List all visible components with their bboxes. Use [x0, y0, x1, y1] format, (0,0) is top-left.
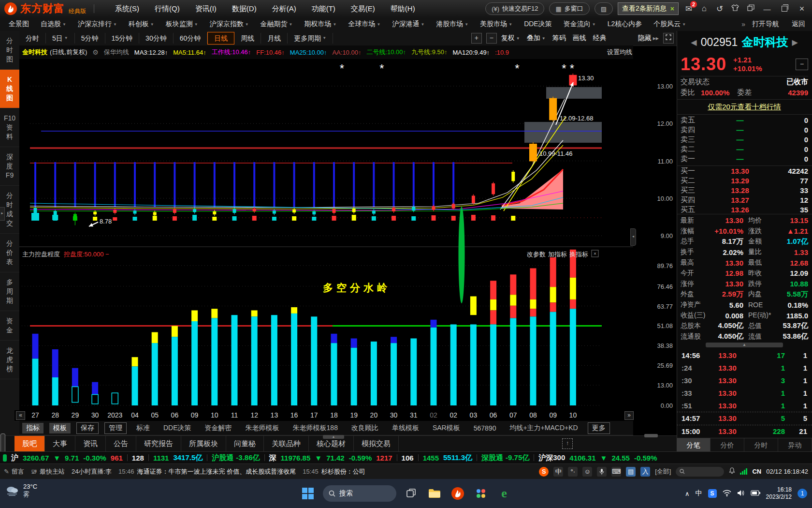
- hgt-label[interactable]: 沪股通: [212, 453, 233, 463]
- lang-indicator[interactable]: CN: [752, 468, 761, 475]
- quote-tab[interactable]: 分笔: [677, 438, 710, 452]
- menu-item[interactable]: 资讯(I): [195, 4, 217, 14]
- live-link[interactable]: 24小时直播:李: [72, 467, 112, 476]
- multi-window-button[interactable]: ▦多窗口: [549, 2, 589, 15]
- window-stack-icon[interactable]: [745, 4, 756, 14]
- emoji-icon[interactable]: ☺: [582, 467, 592, 477]
- sidebar-item[interactable]: 分 时 图: [0, 31, 19, 70]
- ma-settings-link[interactable]: 设置均线: [607, 48, 633, 57]
- taskbar-search[interactable]: 搜索: [323, 485, 396, 502]
- indicator-template-button[interactable]: 指标: [22, 423, 44, 433]
- ime-punct-icon[interactable]: °·: [568, 467, 578, 477]
- period-tab[interactable]: 周线▼: [234, 33, 261, 44]
- info-tab[interactable]: 所属板块: [181, 436, 226, 451]
- ime-enter-icon[interactable]: 入: [640, 467, 650, 477]
- menu-item[interactable]: 帮助(H): [391, 4, 415, 14]
- nav-item[interactable]: 沪深港通▼: [392, 20, 424, 29]
- nav-item[interactable]: 沪深京指数▼: [210, 20, 249, 29]
- nav-item[interactable]: 港股市场▼: [436, 20, 468, 29]
- quote-collapse-pill[interactable]: [644, 434, 658, 437]
- period-tab[interactable]: 5日▼: [46, 33, 75, 44]
- indicator-template-button[interactable]: SAR模板: [429, 423, 464, 433]
- sh-index[interactable]: 3260.67: [23, 454, 49, 462]
- gear-icon[interactable]: ⚙: [92, 48, 99, 56]
- indicator-template-button[interactable]: 更多: [588, 422, 610, 434]
- tool-button[interactable]: 筹码▼: [552, 34, 566, 43]
- quote-tab[interactable]: 分价: [710, 438, 744, 452]
- notification-badge[interactable]: 1: [798, 489, 807, 498]
- period-tab[interactable]: 分时▼: [19, 33, 46, 44]
- kline-chart[interactable]: 13.3012.09-12.6810.99-11.468.78多空分水岭****…: [19, 59, 633, 410]
- indicator-template-button[interactable]: 朱老师模板: [242, 423, 283, 433]
- period-tab[interactable]: 5分钟▼: [75, 33, 105, 44]
- zoom-in-button[interactable]: +: [471, 33, 482, 44]
- news2-text[interactable]: 杉杉股份：公司: [321, 467, 365, 476]
- indicator-template-button[interactable]: 均线+主力+MACD+KD: [506, 423, 581, 433]
- weather-widget[interactable]: 23°C雾: [5, 483, 37, 498]
- info-tab[interactable]: 模拟交易: [354, 436, 399, 451]
- indicator-template-button[interactable]: DDE决策: [160, 423, 195, 433]
- indicator-template-button[interactable]: 改良顾比: [348, 423, 382, 433]
- period-tab[interactable]: 更多周期▼: [288, 33, 333, 44]
- info-tab[interactable]: 关联品种: [264, 436, 309, 451]
- sidebar-item[interactable]: 分 价 表: [0, 234, 19, 272]
- nav-item[interactable]: L2核心内参▼: [608, 20, 642, 29]
- hide-panel-button[interactable]: 隐藏▶▶: [638, 34, 659, 43]
- indicator-template-button[interactable]: 标准: [132, 423, 154, 433]
- nav-item[interactable]: 期权市场▼: [304, 20, 337, 29]
- info-tab[interactable]: 股吧: [14, 436, 45, 451]
- indicator-template-button[interactable]: 567890: [470, 423, 500, 433]
- restore-button[interactable]: [778, 5, 791, 13]
- indicator-template-button[interactable]: 管理: [104, 422, 127, 434]
- nav-item[interactable]: 板块监测▼: [166, 20, 198, 29]
- collapse-quote-button[interactable]: −: [796, 59, 808, 70]
- period-tab[interactable]: 月线▼: [261, 33, 288, 44]
- period-tab[interactable]: 15分钟▼: [105, 33, 140, 44]
- toolbox-icon[interactable]: ▤: [626, 467, 636, 477]
- quote-tab[interactable]: 分时: [744, 438, 778, 452]
- sidebar-item[interactable]: F10 资 料: [0, 108, 19, 147]
- menu-item[interactable]: 功能(T): [312, 4, 335, 14]
- eastmoney-app-icon[interactable]: [450, 485, 466, 502]
- kline-chart-canvas[interactable]: 13.3012.09-12.6810.99-11.468.78多空分水岭****…: [19, 59, 633, 410]
- nav-item[interactable]: 科创板▼: [129, 20, 154, 29]
- close-button[interactable]: ×: [796, 4, 808, 14]
- trades-collapse-handle[interactable]: ▲: [706, 343, 783, 347]
- battery-icon[interactable]: [751, 490, 760, 497]
- zoom-out-button[interactable]: −: [486, 33, 497, 44]
- fullscreen-icon[interactable]: [663, 33, 674, 44]
- open-navigation-link[interactable]: 打开导航: [752, 20, 779, 29]
- indicator-template-button[interactable]: 朱老师模板188: [289, 423, 342, 433]
- period-tab[interactable]: 30分钟▼: [139, 33, 174, 44]
- sgt-label[interactable]: 深股通: [481, 453, 503, 463]
- new-message-toast[interactable]: 查看2条新消息 ×: [618, 2, 679, 15]
- ma-preset-label[interactable]: 保华均线: [104, 48, 129, 57]
- wifi-icon[interactable]: [723, 490, 731, 498]
- level2-promo-link[interactable]: 仅需20元查看十档行情: [677, 99, 812, 115]
- fastest-host-link[interactable]: 最快主站: [40, 467, 65, 476]
- menu-item[interactable]: 系统(S): [115, 4, 139, 14]
- ime-cn-icon[interactable]: 中: [553, 467, 563, 477]
- nav-item[interactable]: 自选股▼: [41, 20, 66, 29]
- panel-collapse-handle[interactable]: ◂: [630, 228, 636, 246]
- tray-chevron-icon[interactable]: ∧: [685, 490, 690, 497]
- start-button[interactable]: [300, 485, 316, 502]
- news1-text[interactable]: 海通证券：牛市第一波上涨未完 价值、成长股或普涨收尾: [137, 467, 296, 476]
- info-tab[interactable]: 资讯: [75, 436, 106, 451]
- left-grip-handle[interactable]: [0, 433, 5, 454]
- task-view-icon[interactable]: [403, 485, 420, 502]
- skin-icon[interactable]: [730, 4, 740, 14]
- expand-panel-icon[interactable]: ↑: [562, 438, 573, 449]
- tool-button[interactable]: 叠加▼: [527, 34, 546, 43]
- sidebar-item[interactable]: 深 度 F9: [0, 147, 19, 186]
- sidebar-item[interactable]: 资 金: [0, 311, 19, 341]
- bottom-collapse-handle[interactable]: ▲: [323, 435, 344, 439]
- indicator-template-button[interactable]: 模板: [49, 423, 71, 433]
- hs300-label[interactable]: 沪深300: [538, 453, 565, 463]
- nav-item[interactable]: DDE决策▼: [524, 20, 552, 29]
- message-link[interactable]: 留言: [12, 467, 24, 476]
- taskbar-clock[interactable]: 16:182023/2/12: [766, 486, 792, 501]
- nav-item[interactable]: 全球市场▼: [348, 20, 380, 29]
- nav-item[interactable]: 沪深京排行▼: [78, 20, 117, 29]
- new-message-text[interactable]: 查看2条新消息: [622, 4, 667, 13]
